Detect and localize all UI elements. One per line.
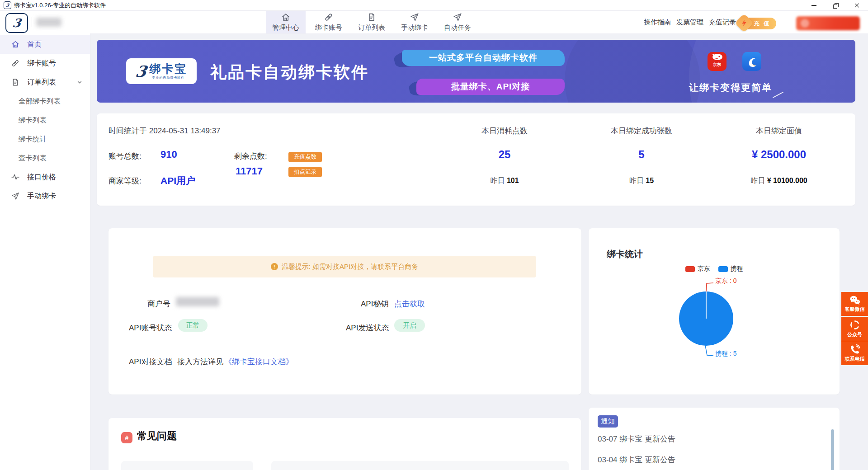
tab-manual-bind[interactable]: 手动绑卡 (395, 11, 434, 33)
account-total-label: 账号总数: (108, 151, 142, 161)
tab-auto-tasks[interactable]: 自动任务 (438, 11, 477, 33)
link-recharge-records[interactable]: 充值记录 (709, 18, 736, 27)
minimize-button[interactable] (803, 0, 825, 11)
merchant-level-label: 商家等级: (108, 176, 142, 186)
api-doc-link[interactable]: 《绑卡宝接口文档》 (224, 357, 293, 367)
banner-logo-slogan: 专业的自动绑卡软件 (152, 76, 184, 79)
link-invoice-management[interactable]: 发票管理 (676, 18, 703, 27)
ctrip-app-icon (742, 52, 761, 71)
ctrip-dolphin-icon (745, 55, 759, 68)
get-secret-link[interactable]: 点击获取 (394, 299, 425, 309)
send-icon (11, 192, 20, 201)
tab-card-accounts[interactable]: 绑卡账号 (309, 11, 349, 33)
send-icon (410, 12, 420, 22)
wechat-service-button[interactable]: 客服微信 (841, 292, 868, 316)
close-icon (854, 3, 860, 8)
wechat-icon (849, 295, 860, 305)
official-account-button[interactable]: 公众号 (841, 317, 868, 341)
banner-ribbon-top: 一站式多平台自动绑卡软件 (402, 50, 565, 66)
points-value: 11717 (236, 165, 263, 177)
account-total-value: 910 (160, 149, 177, 160)
chevron-down-icon (76, 79, 83, 85)
home-icon (281, 12, 291, 22)
api-panel (108, 228, 581, 395)
home-icon (11, 40, 20, 49)
recharge-points-button[interactable]: 充值点数 (288, 152, 322, 162)
blurred-avatar (801, 19, 809, 28)
faq-item[interactable] (271, 461, 569, 470)
link-icon (324, 12, 334, 22)
minimize-icon (811, 5, 816, 6)
blurred-account-button[interactable] (796, 16, 860, 30)
notice-item[interactable]: 03-07 绑卡宝 更新公告 (598, 434, 675, 444)
official-account-icon (849, 320, 860, 330)
stats-timestamp: 时间统计于 2024-05-31 13:49:37 (108, 126, 221, 136)
api-doc-label: API对接文档 (129, 357, 172, 367)
pie-label-jd: 京东 : 0 (715, 277, 736, 285)
top-nav: 管理中心 绑卡账号 订单列表 手动绑卡 自动任务 (266, 11, 477, 33)
link-icon (11, 59, 20, 68)
banner-logo: 3 绑卡宝 专业的自动绑卡软件 (126, 58, 197, 84)
app-logo-icon: 3 (4, 1, 11, 9)
hash-icon: # (121, 432, 132, 443)
titlebar: 3 绑卡宝v1.0.26-专业的自动绑卡软件 (0, 0, 868, 11)
window-controls (803, 0, 868, 11)
sidebar-item-order-list[interactable]: 订单列表 (0, 73, 90, 92)
sidebar-item-manual-bind[interactable]: 手动绑卡 (0, 187, 90, 206)
sidebar-item-api-prices[interactable]: 接口价格 (0, 168, 90, 187)
send-status-label: API发送状态 (346, 323, 389, 333)
points-label: 剩余点数: (234, 151, 267, 161)
sidebar: 首页 绑卡账号 订单列表 全部绑卡列表 绑卡列表 绑卡统计 查卡列表 接口价格 … (0, 33, 90, 470)
account-status-label: API账号状态 (129, 323, 172, 333)
header-links: 操作指南 发票管理 充值记录 (644, 11, 736, 33)
recharge-button[interactable]: 充 值 (743, 18, 776, 29)
banner-title: 礼品卡自动绑卡软件 (210, 61, 369, 84)
notice-scrollbar[interactable] (831, 429, 834, 470)
pulse-icon (11, 173, 20, 182)
phone-icon (849, 344, 860, 355)
tab-management-center[interactable]: 管理中心 (266, 11, 306, 33)
restore-icon (833, 3, 838, 8)
deduct-records-button[interactable]: 扣点记录 (288, 167, 322, 177)
warm-tip-banner: ! 温馨提示: 如需对接API对接，请联系平台商务 (153, 256, 536, 277)
sidebar-item-bind-list[interactable]: 绑卡列表 (0, 111, 90, 130)
pie-slice-divider (706, 291, 707, 319)
notice-badge: 通知 (598, 415, 618, 428)
warning-icon: ! (271, 263, 278, 270)
sidebar-item-all-bind-list[interactable]: 全部绑卡列表 (0, 92, 90, 111)
float-contact-menu: 客服微信 公众号 联系电话 (841, 292, 868, 365)
blurred-merchant-no (176, 297, 219, 306)
stat-col-points-used: 本日消耗点数 25 昨日 101 (437, 126, 572, 186)
jd-app-icon: 京东 (708, 52, 726, 71)
tab-order-list[interactable]: 订单列表 (352, 11, 392, 33)
sidebar-item-card-accounts[interactable]: 绑卡账号 (0, 54, 90, 73)
stat-col-bind-amount: 本日绑定面值 ¥ 2500.000 昨日 ¥ 10100.000 (711, 126, 847, 186)
notice-item[interactable]: 03-04 绑卡宝 更新公告 (598, 455, 675, 465)
banner-decor-circle (565, 40, 700, 103)
sidebar-item-bind-stats[interactable]: 绑卡统计 (0, 130, 90, 149)
header-divider (32, 17, 32, 27)
blurred-username (36, 18, 61, 27)
brand-logo: 3 (5, 13, 28, 33)
contact-phone-button[interactable]: 联系电话 (841, 341, 868, 365)
close-button[interactable] (846, 0, 868, 11)
link-operation-guide[interactable]: 操作指南 (644, 18, 671, 27)
sidebar-item-card-query-list[interactable]: 查卡列表 (0, 149, 90, 168)
faq-title: 常见问题 (137, 429, 177, 443)
app-window: { "window": { "title": "绑卡宝v1.0.26-专业的自动… (0, 0, 868, 470)
faq-item[interactable] (121, 461, 253, 470)
banner-logo-text: 绑卡宝 (149, 63, 187, 75)
sidebar-item-home[interactable]: 首页 (0, 35, 90, 54)
api-secret-label: API秘钥 (361, 299, 388, 309)
stat-col-bind-success: 本日绑定成功张数 5 昨日 15 (574, 126, 709, 186)
account-status-badge: 正常 (178, 319, 208, 332)
window-title: 绑卡宝v1.0.26-专业的自动绑卡软件 (14, 1, 106, 9)
send-status-badge: 开启 (394, 319, 425, 332)
send-icon (453, 12, 462, 22)
banner-tagline: 让绑卡变得更简单 (689, 81, 772, 94)
merchant-no-label: 商户号 (147, 299, 170, 309)
pie-label-ctrip: 携程 : 5 (715, 350, 736, 358)
banner-ribbon-bottom: 批量绑卡、API对接 (416, 79, 565, 95)
api-doc-prefix: 接入方法详见 (177, 357, 223, 367)
restore-button[interactable] (825, 0, 846, 11)
